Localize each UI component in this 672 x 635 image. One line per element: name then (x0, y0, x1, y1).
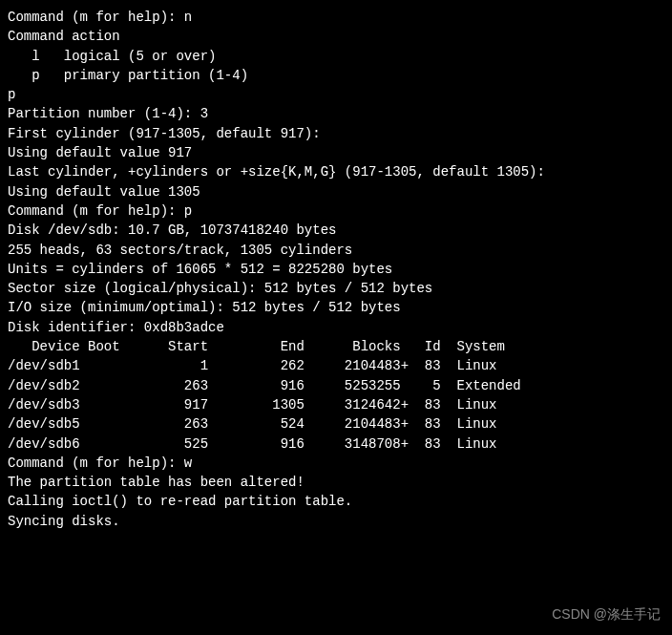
partition-table-row: /dev/sdb1 1 262 2104483+ 83 Linux (8, 356, 664, 375)
terminal-line: Sector size (logical/physical): 512 byte… (8, 279, 664, 298)
terminal-line: I/O size (minimum/optimal): 512 bytes / … (8, 298, 664, 317)
terminal-line: 255 heads, 63 sectors/track, 1305 cylind… (8, 241, 664, 260)
terminal-line: Command (m for help): w (8, 454, 664, 473)
partition-table-row: /dev/sdb5 263 524 2104483+ 83 Linux (8, 414, 664, 434)
terminal-line: l logical (5 or over) (8, 47, 664, 66)
terminal-line: Using default value 1305 (8, 182, 664, 201)
partition-table-header: Device Boot Start End Blocks Id System (8, 337, 664, 356)
terminal-line: First cylinder (917-1305, default 917): (8, 124, 664, 143)
partition-table-row: /dev/sdb3 917 1305 3124642+ 83 Linux (8, 395, 664, 414)
partition-table-row: /dev/sdb6 525 916 3148708+ 83 Linux (8, 434, 664, 454)
partition-table-row: /dev/sdb2 263 916 5253255 5 Extended (8, 376, 664, 395)
terminal-line: The partition table has been altered! (8, 473, 664, 492)
terminal-line: Command action (8, 27, 664, 46)
terminal-line: Syncing disks. (8, 512, 664, 531)
terminal-line: Calling ioctl() to re-read partition tab… (8, 492, 664, 511)
terminal-line: Units = cylinders of 16065 * 512 = 82252… (8, 260, 664, 279)
terminal-line: Command (m for help): n (8, 8, 664, 27)
terminal-line: p primary partition (1-4) (8, 66, 664, 85)
terminal-line: Command (m for help): p (8, 201, 664, 221)
terminal-line: Last cylinder, +cylinders or +size{K,M,G… (8, 162, 664, 181)
terminal-line: Disk /dev/sdb: 10.7 GB, 10737418240 byte… (8, 221, 664, 240)
terminal-line: Partition number (1-4): 3 (8, 104, 664, 123)
terminal-line: p (8, 85, 664, 104)
terminal-line: Using default value 917 (8, 143, 664, 162)
watermark-text: CSDN @涤生手记 (552, 604, 661, 624)
terminal-line: Disk identifier: 0xd8b3adce (8, 318, 664, 337)
